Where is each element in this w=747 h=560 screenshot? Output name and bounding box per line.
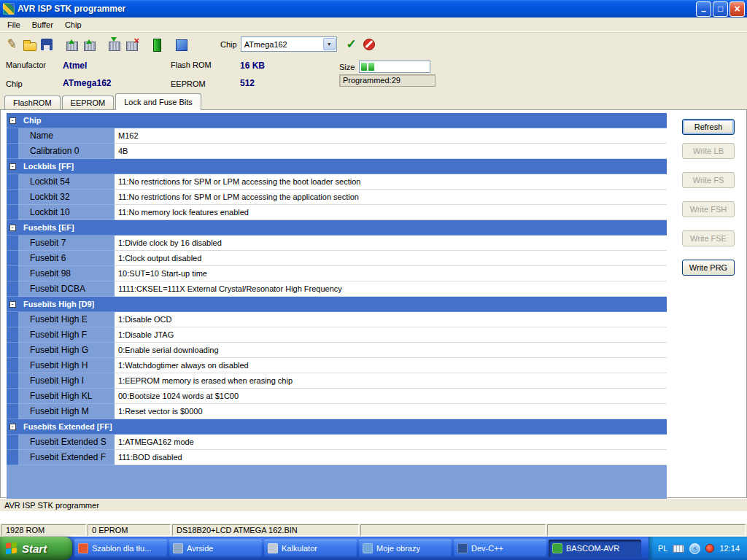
save-file-icon[interactable]	[39, 36, 55, 52]
row-label: Lockbit 10	[18, 205, 115, 220]
taskbar-button-bascom-avr[interactable]: BASCOM-AVR	[549, 540, 641, 557]
row-value[interactable]: 1:Clock output disabled	[115, 251, 667, 266]
row-strip	[7, 312, 18, 327]
titlebar[interactable]: AVR ISP STK programmer	[0, 0, 747, 18]
write-prg-button[interactable]: Write PRG	[682, 260, 735, 276]
row-label: Name	[18, 128, 115, 144]
taskbar-button-dev-c[interactable]: Dev-C++	[454, 540, 546, 557]
section-header-row: Fusebits [EF]	[7, 220, 667, 236]
row-value[interactable]: M162	[115, 128, 667, 144]
grid-row: Fusebit DCBA1111:CKSEL=111X External Cry…	[7, 281, 667, 297]
menu-file[interactable]: File	[1, 19, 26, 31]
chip-select[interactable]: ATmega162	[241, 36, 337, 52]
size-block: Size Programmed:29	[339, 61, 436, 88]
row-value[interactable]: 111:BOD disabled	[115, 450, 667, 465]
grid-row: Lockbit 1011:No memory lock features ena…	[7, 205, 667, 220]
row-value[interactable]: 1:ATMEGA162 mode	[115, 435, 667, 450]
cancel-icon[interactable]	[361, 36, 377, 52]
section-strip	[7, 419, 18, 435]
task-label: Kalkulator	[282, 544, 317, 553]
taskbar-button-avrside[interactable]: Avrside	[169, 540, 262, 557]
row-strip	[7, 144, 18, 159]
row-label: Fusebit High I	[18, 373, 115, 389]
collapse-toggle[interactable]	[9, 301, 16, 308]
taskbar-button-moje-obrazy[interactable]: Moje obrazy	[359, 540, 452, 557]
tab-eeprom[interactable]: EEPROM	[62, 96, 115, 109]
grid-filler	[7, 465, 667, 499]
calculator-icon	[268, 543, 278, 553]
collapse-toggle[interactable]	[9, 225, 16, 231]
taskbar-button-kalkulator[interactable]: Kalkulator	[264, 540, 357, 557]
green-buffer-icon[interactable]	[148, 36, 164, 52]
row-value[interactable]: 1:Disable OCD	[115, 312, 667, 327]
row-value[interactable]: 10:SUT=10 Start-up time	[115, 266, 667, 281]
chevron-down-icon[interactable]	[323, 38, 336, 50]
language-indicator[interactable]: PL	[658, 544, 667, 553]
chip-value: ATmega162	[63, 78, 171, 88]
row-value[interactable]: 11:No restrictions for SPM or LPM access…	[115, 174, 667, 190]
row-strip	[7, 251, 18, 266]
row-label: Fusebit High M	[18, 404, 115, 419]
row-value[interactable]: 0:Enable serial downloading	[115, 343, 667, 358]
main-content: ChipNameM162Calibration 04BLockbits [FF]…	[0, 109, 747, 498]
menu-buffer[interactable]: Buffer	[26, 19, 59, 31]
row-label: Calibration 0	[18, 144, 115, 159]
collapse-toggle[interactable]	[9, 117, 16, 124]
pencil-icon[interactable]	[4, 36, 20, 52]
row-label: Fusebit 6	[18, 251, 115, 266]
row-strip	[7, 373, 18, 389]
taskbar-button-szablon-dla-t-u[interactable]: Szablon dla tłu...	[74, 540, 167, 557]
row-value[interactable]: 11:No restrictions for SPM or LPM access…	[115, 190, 667, 205]
row-label: Fusebit High G	[18, 343, 115, 358]
progress-segment	[368, 63, 374, 71]
tab-lock-and-fuse-bits[interactable]: Lock and Fuse Bits	[115, 93, 201, 110]
close-button[interactable]	[729, 1, 745, 17]
collapse-toggle[interactable]	[9, 163, 16, 170]
grid-row: Fusebit High M1:Reset vector is $0000	[7, 404, 667, 419]
row-value[interactable]: 1:Watchdogtimer always on disabled	[115, 358, 667, 373]
hide-icons-chevron-icon[interactable]	[689, 543, 700, 554]
toolbar-icons-left	[3, 36, 190, 52]
maximize-button[interactable]	[713, 1, 728, 17]
grid-row: Fusebit 9810:SUT=10 Start-up time	[7, 266, 667, 281]
grid-row: NameM162	[7, 128, 667, 144]
row-strip	[7, 389, 18, 404]
tab-flashrom[interactable]: FlashROM	[4, 96, 61, 109]
row-value[interactable]: 1111:CKSEL=111X External Crystal/Resonat…	[115, 281, 667, 297]
refresh-button[interactable]: Refresh	[682, 119, 735, 135]
device-blue-icon[interactable]	[173, 36, 189, 52]
row-strip	[7, 236, 18, 251]
row-value[interactable]: 1:Reset vector is $0000	[115, 404, 667, 419]
minimize-button[interactable]	[696, 1, 711, 17]
open-file-icon[interactable]	[21, 36, 37, 52]
start-button[interactable]: Start	[0, 537, 72, 560]
section-title: Fusebits [EF]	[18, 220, 667, 236]
collapse-toggle[interactable]	[9, 424, 16, 430]
row-strip	[7, 343, 18, 358]
row-value[interactable]: 4B	[115, 144, 667, 159]
devcpp-icon	[457, 543, 468, 553]
read-flash-icon[interactable]	[106, 36, 122, 52]
row-strip	[7, 174, 18, 190]
row-value[interactable]: 11:No memory lock features enabled	[115, 205, 667, 220]
erase-device-icon[interactable]	[123, 36, 139, 52]
row-label: Fusebit High KL	[18, 389, 115, 404]
tray-app-icon[interactable]	[705, 544, 714, 553]
section-header-row: Fusebits High [D9]	[7, 297, 667, 312]
grid-row: Calibration 04B	[7, 144, 667, 159]
auto-program-icon[interactable]	[344, 36, 360, 52]
row-value[interactable]: 1:Divide clock by 16 disabled	[115, 236, 667, 251]
flash-rom-label: Flash ROM	[171, 61, 240, 69]
row-value[interactable]: 00:Bootsize 1024 words at $1C00	[115, 389, 667, 404]
system-tray: PL 12:14	[649, 537, 747, 560]
row-value[interactable]: 1:Disable JTAG	[115, 327, 667, 343]
start-label: Start	[22, 542, 47, 555]
flash-rom-value: 16 KB	[240, 61, 335, 71]
write-eeprom-icon[interactable]	[81, 36, 97, 52]
window-title: AVR ISP STK programmer	[18, 4, 694, 14]
keyboard-icon[interactable]	[673, 545, 684, 553]
info-panel: Manufactor Chip Atmel ATmega162 Flash RO…	[0, 55, 747, 92]
write-flash-icon[interactable]	[63, 36, 80, 52]
row-value[interactable]: 1:EEPROM memory is erased when erasing c…	[115, 373, 667, 389]
menu-chip[interactable]: Chip	[59, 19, 88, 31]
